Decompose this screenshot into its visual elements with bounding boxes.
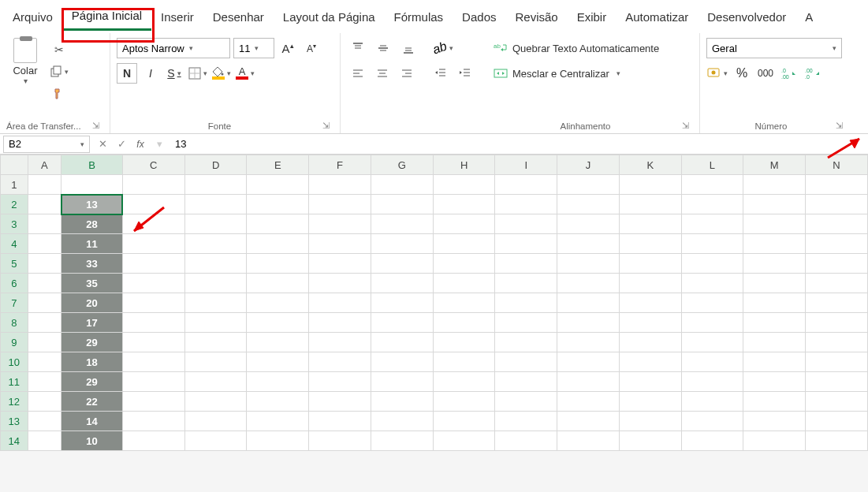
row-header-8[interactable]: 8 bbox=[1, 313, 28, 333]
cell-J4[interactable] bbox=[557, 234, 620, 254]
cell-G7[interactable] bbox=[371, 293, 433, 313]
name-box[interactable]: B2 ▾ bbox=[3, 136, 90, 153]
cell-E3[interactable] bbox=[247, 214, 309, 234]
cell-E5[interactable] bbox=[247, 254, 309, 274]
cell-I13[interactable] bbox=[495, 412, 557, 431]
cell-B2[interactable]: 13 bbox=[61, 195, 123, 214]
cell-N10[interactable] bbox=[806, 352, 868, 372]
cell-G9[interactable] bbox=[371, 333, 433, 352]
tab-arquivo[interactable]: Arquivo bbox=[3, 4, 62, 30]
cell-H7[interactable] bbox=[433, 293, 495, 313]
tab-dados[interactable]: Dados bbox=[453, 4, 505, 30]
cell-H5[interactable] bbox=[433, 254, 495, 274]
cell-F5[interactable] bbox=[309, 254, 371, 274]
cell-J2[interactable] bbox=[557, 195, 620, 214]
cell-A4[interactable] bbox=[28, 234, 61, 254]
cell-K10[interactable] bbox=[619, 352, 681, 372]
underline-button[interactable]: S▾ bbox=[164, 63, 184, 84]
row-header-2[interactable]: 2 bbox=[1, 195, 28, 214]
cell-N8[interactable] bbox=[806, 313, 868, 333]
cell-B10[interactable]: 18 bbox=[61, 352, 123, 372]
cell-G4[interactable] bbox=[371, 234, 433, 254]
fill-color-button[interactable]: ▾ bbox=[211, 63, 232, 84]
cell-A3[interactable] bbox=[28, 214, 61, 234]
align-left-button[interactable] bbox=[347, 63, 368, 84]
cell-H10[interactable] bbox=[433, 352, 495, 372]
italic-button[interactable]: I bbox=[140, 63, 161, 84]
cell-C1[interactable] bbox=[122, 175, 184, 195]
cell-H12[interactable] bbox=[433, 392, 495, 412]
cell-K13[interactable] bbox=[619, 412, 681, 431]
font-name-combo[interactable]: Aptos Narrow▾ bbox=[117, 38, 230, 58]
percent-button[interactable]: % bbox=[732, 63, 752, 84]
cell-J11[interactable] bbox=[557, 372, 620, 392]
cell-G13[interactable] bbox=[371, 412, 433, 431]
cell-D10[interactable] bbox=[184, 352, 247, 372]
row-header-1[interactable]: 1 bbox=[1, 175, 28, 195]
select-all-corner[interactable] bbox=[1, 155, 28, 175]
cell-N9[interactable] bbox=[806, 333, 868, 352]
cell-D11[interactable] bbox=[184, 372, 247, 392]
cell-L2[interactable] bbox=[681, 195, 743, 214]
column-header-N[interactable]: N bbox=[806, 155, 868, 175]
format-painter-button[interactable] bbox=[49, 85, 69, 102]
cell-A2[interactable] bbox=[28, 195, 61, 214]
cell-A14[interactable] bbox=[28, 431, 61, 451]
row-header-9[interactable]: 9 bbox=[1, 333, 28, 352]
cell-C13[interactable] bbox=[122, 412, 184, 431]
cell-I7[interactable] bbox=[495, 293, 557, 313]
cell-F1[interactable] bbox=[309, 175, 371, 195]
cell-J9[interactable] bbox=[557, 333, 620, 352]
cell-G8[interactable] bbox=[371, 313, 433, 333]
cell-J6[interactable] bbox=[557, 274, 620, 293]
cell-A8[interactable] bbox=[28, 313, 61, 333]
cell-K7[interactable] bbox=[619, 293, 681, 313]
cell-B1[interactable] bbox=[61, 175, 123, 195]
row-header-12[interactable]: 12 bbox=[1, 392, 28, 412]
cell-C6[interactable] bbox=[122, 274, 184, 293]
cell-A5[interactable] bbox=[28, 254, 61, 274]
column-header-C[interactable]: C bbox=[122, 155, 184, 175]
column-header-G[interactable]: G bbox=[371, 155, 433, 175]
cell-N4[interactable] bbox=[806, 234, 868, 254]
cut-button[interactable]: ✂ bbox=[49, 41, 69, 58]
cell-D6[interactable] bbox=[184, 274, 247, 293]
comma-style-button[interactable]: 000 bbox=[755, 63, 776, 84]
cell-K4[interactable] bbox=[619, 234, 681, 254]
cell-K2[interactable] bbox=[619, 195, 681, 214]
tab-exibir[interactable]: Exibir bbox=[568, 4, 617, 30]
cell-L12[interactable] bbox=[681, 392, 743, 412]
font-size-combo[interactable]: 11▾ bbox=[233, 38, 274, 58]
row-header-11[interactable]: 11 bbox=[1, 372, 28, 392]
merge-center-button[interactable]: Mesclar e Centralizar ▾ bbox=[489, 63, 693, 84]
cell-I3[interactable] bbox=[495, 214, 557, 234]
cell-B6[interactable]: 35 bbox=[61, 274, 123, 293]
cell-L10[interactable] bbox=[681, 352, 743, 372]
decrease-indent-button[interactable] bbox=[430, 63, 452, 84]
cell-F10[interactable] bbox=[309, 352, 371, 372]
cell-L3[interactable] bbox=[681, 214, 743, 234]
cell-E13[interactable] bbox=[247, 412, 309, 431]
cell-M2[interactable] bbox=[743, 195, 806, 214]
align-right-button[interactable] bbox=[397, 63, 418, 84]
cell-M3[interactable] bbox=[743, 214, 806, 234]
cell-N7[interactable] bbox=[806, 293, 868, 313]
cell-D7[interactable] bbox=[184, 293, 247, 313]
cell-J5[interactable] bbox=[557, 254, 620, 274]
cell-L11[interactable] bbox=[681, 372, 743, 392]
cell-H1[interactable] bbox=[433, 175, 495, 195]
cell-G5[interactable] bbox=[371, 254, 433, 274]
cell-C3[interactable] bbox=[122, 214, 184, 234]
formula-expand-button[interactable]: ▾ bbox=[150, 138, 169, 150]
number-format-combo[interactable]: Geral▾ bbox=[706, 38, 842, 58]
cell-G1[interactable] bbox=[371, 175, 433, 195]
cell-A1[interactable] bbox=[28, 175, 61, 195]
increase-font-button[interactable]: A▴ bbox=[278, 38, 298, 58]
cell-D9[interactable] bbox=[184, 333, 247, 352]
cell-E12[interactable] bbox=[247, 392, 309, 412]
cell-K6[interactable] bbox=[619, 274, 681, 293]
bold-button[interactable]: N bbox=[117, 63, 137, 84]
cell-N13[interactable] bbox=[806, 412, 868, 431]
cell-J12[interactable] bbox=[557, 392, 620, 412]
row-header-4[interactable]: 4 bbox=[1, 234, 28, 254]
